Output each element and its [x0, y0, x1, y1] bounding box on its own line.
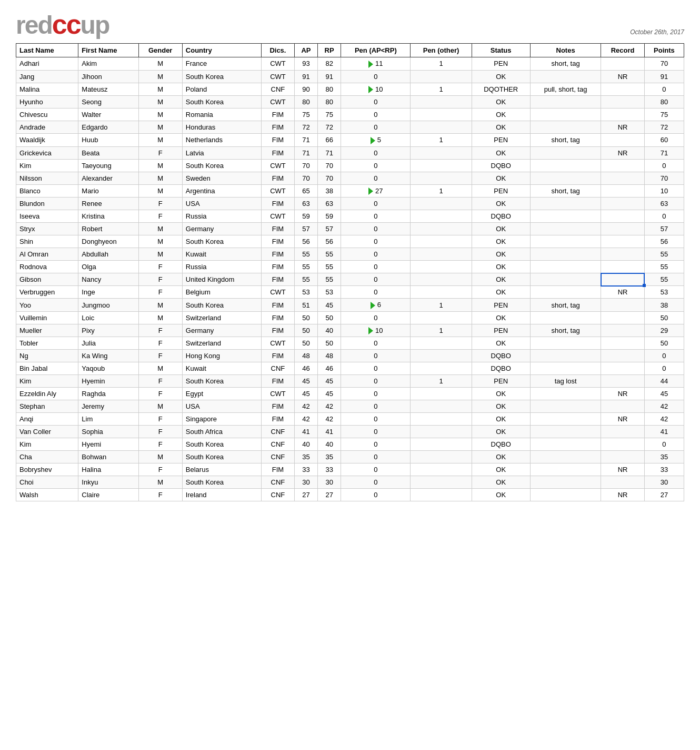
cell-gender: M [138, 311, 182, 324]
cell-record [601, 375, 644, 388]
cell-dics: FIM [262, 261, 295, 273]
cell-status: OK [472, 337, 530, 350]
cell-record: NR [601, 146, 644, 159]
cell-dics: FIM [262, 324, 295, 337]
cell-ap: 50 [294, 311, 317, 324]
cell-pen-ap-rp: 10 [341, 324, 411, 337]
col-points: Points [644, 44, 684, 57]
cell-record[interactable] [601, 273, 644, 286]
cell-status: DQBO [472, 438, 530, 451]
cell-ap: 40 [294, 438, 317, 451]
cell-status: OK [472, 235, 530, 248]
cell-gender: M [138, 223, 182, 235]
cell-pen-other: 1 [411, 375, 472, 388]
cell-last_name: Blanco [16, 184, 78, 198]
cell-points: 10 [644, 184, 684, 198]
table-row: ChoiInkyuMSouth KoreaCNF30300OK30 [16, 476, 684, 489]
cell-points: 33 [644, 463, 684, 476]
cell-gender: F [138, 146, 182, 159]
cell-pen-other [411, 172, 472, 184]
cell-notes: short, tag [530, 57, 601, 71]
cell-first_name: Kristina [78, 210, 138, 223]
results-table: Last Name First Name Gender Country Dics… [16, 43, 684, 501]
cell-pen-ap-rp: 11 [341, 57, 411, 71]
table-row: AnqiLimFSingaporeFIM42420OKNR42 [16, 413, 684, 426]
cell-rp: 45 [318, 388, 341, 400]
cell-gender: F [138, 273, 182, 286]
cell-country: Russia [182, 210, 261, 223]
cell-pen-other [411, 223, 472, 235]
cell-dics: FIM [262, 273, 295, 286]
cell-points: 38 [644, 299, 684, 312]
cell-country: South Korea [182, 375, 261, 388]
cell-dics: CNF [262, 451, 295, 463]
col-ap: AP [294, 44, 317, 57]
cell-dics: CWT [262, 57, 295, 71]
cell-rp: 70 [318, 172, 341, 184]
cell-country: Ireland [182, 489, 261, 501]
cell-record [601, 159, 644, 172]
table-row: IseevaKristinaFRussiaCWT59590DQBO0 [16, 210, 684, 223]
cell-notes: short, tag [530, 184, 601, 198]
cell-record [601, 261, 644, 273]
cell-pen-other [411, 286, 472, 299]
cell-pen-ap-rp: 0 [341, 223, 411, 235]
cell-rp: 55 [318, 248, 341, 261]
cell-dics: CWT [262, 70, 295, 83]
cell-notes [530, 172, 601, 184]
cell-last_name: Ng [16, 350, 78, 362]
cell-first_name: Donghyeon [78, 235, 138, 248]
cell-last_name: Iseeva [16, 210, 78, 223]
cell-first_name: Seong [78, 96, 138, 108]
cell-gender: F [138, 337, 182, 350]
cell-points: 70 [644, 57, 684, 71]
cell-status: OK [472, 121, 530, 134]
cell-last_name: Chivescu [16, 108, 78, 121]
table-row: WalshClaireFIrelandCNF27270OKNR27 [16, 489, 684, 501]
cell-record [601, 83, 644, 96]
cell-points: 44 [644, 375, 684, 388]
cell-ap: 45 [294, 375, 317, 388]
table-row: AndradeEdgardoMHondurasFIM72720OKNR72 [16, 121, 684, 134]
cell-pen-other [411, 70, 472, 83]
cell-pen-ap-rp: 0 [341, 70, 411, 83]
cell-status: DQOTHER [472, 83, 530, 96]
cell-notes: pull, short, tag [530, 83, 601, 96]
cell-dics: CNF [262, 362, 295, 375]
cell-dics: FIM [262, 311, 295, 324]
cell-rp: 75 [318, 108, 341, 121]
col-notes: Notes [530, 44, 601, 57]
cell-points: 42 [644, 400, 684, 413]
cell-record: NR [601, 413, 644, 426]
table-row: VerbruggenIngeFBelgiumCWT53530OKNR53 [16, 286, 684, 299]
cell-rp: 40 [318, 324, 341, 337]
cell-country: Switzerland [182, 337, 261, 350]
cell-record [601, 451, 644, 463]
cell-status: OK [472, 286, 530, 299]
cell-pen-other: 1 [411, 83, 472, 96]
cell-record [601, 248, 644, 261]
cell-ap: 48 [294, 350, 317, 362]
cell-last_name: Kim [16, 438, 78, 451]
cell-rp: 45 [318, 375, 341, 388]
cell-notes [530, 426, 601, 438]
cell-country: Kuwait [182, 248, 261, 261]
cell-dics: CWT [262, 96, 295, 108]
cell-pen-other [411, 248, 472, 261]
cell-notes [530, 121, 601, 134]
cell-country: South Korea [182, 159, 261, 172]
cell-rp: 55 [318, 261, 341, 273]
cell-first_name: Taeyoung [78, 159, 138, 172]
cell-status: OK [472, 476, 530, 489]
cell-rp: 50 [318, 311, 341, 324]
cell-gender: M [138, 96, 182, 108]
cell-status: PEN [472, 375, 530, 388]
cell-record [601, 96, 644, 108]
cell-last_name: Bobryshev [16, 463, 78, 476]
cell-rp: 45 [318, 299, 341, 312]
cell-ap: 80 [294, 96, 317, 108]
cell-gender: M [138, 235, 182, 248]
cell-status: DQBO [472, 210, 530, 223]
cell-pen-other [411, 273, 472, 286]
logo-e-part: e [25, 11, 38, 39]
